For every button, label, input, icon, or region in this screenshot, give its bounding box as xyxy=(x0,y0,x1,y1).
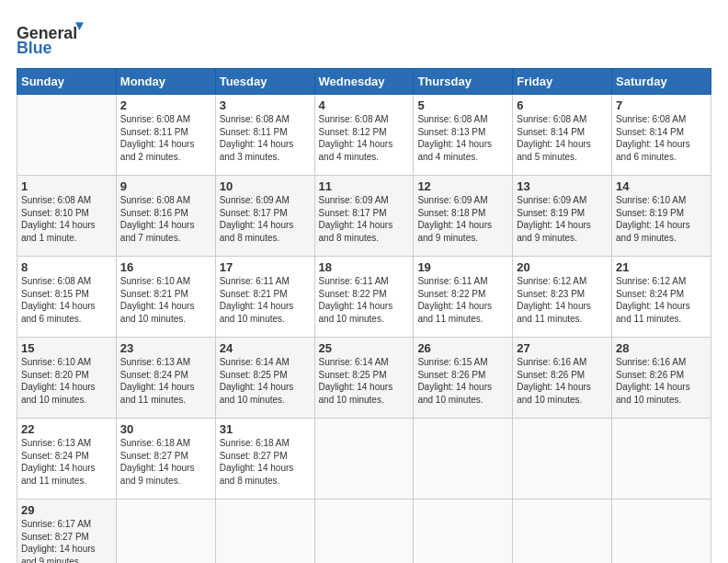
calendar-cell: 4Sunrise: 6:08 AMSunset: 8:12 PMDaylight… xyxy=(314,95,414,176)
cell-info: Sunrise: 6:10 AMSunset: 8:20 PMDaylight:… xyxy=(21,357,96,405)
cell-info: Sunrise: 6:08 AMSunset: 8:13 PMDaylight:… xyxy=(417,114,492,162)
col-saturday: Saturday xyxy=(612,69,711,95)
calendar-header-row: Sunday Monday Tuesday Wednesday Thursday… xyxy=(17,69,711,95)
cell-info: Sunrise: 6:13 AMSunset: 8:24 PMDaylight:… xyxy=(21,438,96,486)
calendar-cell: 27Sunrise: 6:16 AMSunset: 8:26 PMDayligh… xyxy=(513,338,612,419)
calendar-cell: 13Sunrise: 6:09 AMSunset: 8:19 PMDayligh… xyxy=(513,176,612,257)
day-number: 16 xyxy=(120,260,211,274)
day-number: 14 xyxy=(616,179,707,193)
cell-info: Sunrise: 6:12 AMSunset: 8:23 PMDaylight:… xyxy=(517,276,591,324)
day-number: 30 xyxy=(120,422,211,436)
calendar-cell: 25Sunrise: 6:14 AMSunset: 8:25 PMDayligh… xyxy=(314,338,414,419)
cell-info: Sunrise: 6:16 AMSunset: 8:26 PMDaylight:… xyxy=(616,357,690,405)
day-number: 10 xyxy=(220,179,311,193)
calendar-week-row: 29Sunrise: 6:17 AMSunset: 8:27 PMDayligh… xyxy=(17,500,711,564)
cell-info: Sunrise: 6:11 AMSunset: 8:22 PMDaylight:… xyxy=(319,276,393,324)
calendar-cell: 6Sunrise: 6:08 AMSunset: 8:14 PMDaylight… xyxy=(513,95,612,176)
calendar-cell: 28Sunrise: 6:16 AMSunset: 8:26 PMDayligh… xyxy=(612,338,711,419)
day-number: 11 xyxy=(319,179,410,193)
cell-info: Sunrise: 6:14 AMSunset: 8:25 PMDaylight:… xyxy=(319,357,393,405)
cell-info: Sunrise: 6:18 AMSunset: 8:27 PMDaylight:… xyxy=(220,438,294,486)
calendar-cell: 18Sunrise: 6:11 AMSunset: 8:22 PMDayligh… xyxy=(314,257,414,338)
day-number: 1 xyxy=(21,179,112,193)
cell-info: Sunrise: 6:15 AMSunset: 8:26 PMDaylight:… xyxy=(417,357,492,405)
cell-info: Sunrise: 6:16 AMSunset: 8:26 PMDaylight:… xyxy=(517,357,591,405)
day-number: 20 xyxy=(517,260,608,274)
day-number: 2 xyxy=(120,98,211,112)
svg-text:Blue: Blue xyxy=(17,39,52,57)
calendar-cell xyxy=(513,419,612,500)
calendar-week-row: 1Sunrise: 6:08 AMSunset: 8:10 PMDaylight… xyxy=(17,176,711,257)
calendar-cell: 8Sunrise: 6:08 AMSunset: 8:15 PMDaylight… xyxy=(17,257,117,338)
day-number: 24 xyxy=(220,341,311,355)
cell-info: Sunrise: 6:08 AMSunset: 8:11 PMDaylight:… xyxy=(120,114,195,162)
cell-info: Sunrise: 6:12 AMSunset: 8:24 PMDaylight:… xyxy=(616,276,690,324)
calendar-cell: 19Sunrise: 6:11 AMSunset: 8:22 PMDayligh… xyxy=(414,257,513,338)
day-number: 27 xyxy=(517,341,608,355)
calendar-cell: 2Sunrise: 6:08 AMSunset: 8:11 PMDaylight… xyxy=(116,95,215,176)
calendar-week-row: 15Sunrise: 6:10 AMSunset: 8:20 PMDayligh… xyxy=(17,338,711,419)
day-number: 3 xyxy=(220,98,311,112)
col-friday: Friday xyxy=(513,69,612,95)
calendar-cell: 11Sunrise: 6:09 AMSunset: 8:17 PMDayligh… xyxy=(314,176,414,257)
calendar-cell xyxy=(314,500,414,564)
day-number: 5 xyxy=(417,98,508,112)
col-sunday: Sunday xyxy=(17,69,117,95)
cell-info: Sunrise: 6:11 AMSunset: 8:21 PMDaylight:… xyxy=(220,276,294,324)
calendar-cell xyxy=(17,95,117,176)
cell-info: Sunrise: 6:08 AMSunset: 8:15 PMDaylight:… xyxy=(21,276,96,324)
logo-svg: General Blue xyxy=(17,18,90,59)
cell-info: Sunrise: 6:08 AMSunset: 8:14 PMDaylight:… xyxy=(517,114,591,162)
calendar-table: Sunday Monday Tuesday Wednesday Thursday… xyxy=(17,68,711,563)
cell-info: Sunrise: 6:08 AMSunset: 8:10 PMDaylight:… xyxy=(21,195,96,243)
calendar-cell: 22Sunrise: 6:13 AMSunset: 8:24 PMDayligh… xyxy=(17,419,117,500)
calendar-cell xyxy=(116,500,215,564)
calendar-cell: 15Sunrise: 6:10 AMSunset: 8:20 PMDayligh… xyxy=(17,338,117,419)
calendar-cell: 23Sunrise: 6:13 AMSunset: 8:24 PMDayligh… xyxy=(116,338,215,419)
calendar-cell: 1Sunrise: 6:08 AMSunset: 8:10 PMDaylight… xyxy=(17,176,117,257)
col-thursday: Thursday xyxy=(414,69,513,95)
day-number: 4 xyxy=(319,98,410,112)
day-number: 22 xyxy=(21,422,112,436)
cell-info: Sunrise: 6:14 AMSunset: 8:25 PMDaylight:… xyxy=(220,357,294,405)
cell-info: Sunrise: 6:08 AMSunset: 8:11 PMDaylight:… xyxy=(220,114,294,162)
day-number: 23 xyxy=(120,341,211,355)
calendar-cell: 10Sunrise: 6:09 AMSunset: 8:17 PMDayligh… xyxy=(215,176,314,257)
calendar-week-row: 8Sunrise: 6:08 AMSunset: 8:15 PMDaylight… xyxy=(17,257,711,338)
calendar-cell: 5Sunrise: 6:08 AMSunset: 8:13 PMDaylight… xyxy=(414,95,513,176)
calendar-cell xyxy=(414,419,513,500)
day-number: 12 xyxy=(417,179,508,193)
calendar-cell: 24Sunrise: 6:14 AMSunset: 8:25 PMDayligh… xyxy=(215,338,314,419)
day-number: 25 xyxy=(319,341,410,355)
calendar-cell xyxy=(215,500,314,564)
calendar-cell: 7Sunrise: 6:08 AMSunset: 8:14 PMDaylight… xyxy=(612,95,711,176)
page: General Blue Sunday Monday Tuesday Wedne… xyxy=(0,0,728,563)
day-number: 28 xyxy=(616,341,707,355)
day-number: 18 xyxy=(319,260,410,274)
cell-info: Sunrise: 6:18 AMSunset: 8:27 PMDaylight:… xyxy=(120,438,195,486)
day-number: 6 xyxy=(517,98,608,112)
calendar-cell: 26Sunrise: 6:15 AMSunset: 8:26 PMDayligh… xyxy=(414,338,513,419)
calendar-cell: 31Sunrise: 6:18 AMSunset: 8:27 PMDayligh… xyxy=(215,419,314,500)
calendar-cell: 16Sunrise: 6:10 AMSunset: 8:21 PMDayligh… xyxy=(116,257,215,338)
day-number: 26 xyxy=(417,341,508,355)
cell-info: Sunrise: 6:09 AMSunset: 8:17 PMDaylight:… xyxy=(220,195,294,243)
day-number: 8 xyxy=(21,260,112,274)
calendar-cell: 29Sunrise: 6:17 AMSunset: 8:27 PMDayligh… xyxy=(17,500,117,564)
cell-info: Sunrise: 6:08 AMSunset: 8:16 PMDaylight:… xyxy=(120,195,195,243)
calendar-week-row: 2Sunrise: 6:08 AMSunset: 8:11 PMDaylight… xyxy=(17,95,711,176)
day-number: 15 xyxy=(21,341,112,355)
calendar-cell: 12Sunrise: 6:09 AMSunset: 8:18 PMDayligh… xyxy=(414,176,513,257)
cell-info: Sunrise: 6:17 AMSunset: 8:27 PMDaylight:… xyxy=(21,519,96,563)
day-number: 13 xyxy=(517,179,608,193)
cell-info: Sunrise: 6:09 AMSunset: 8:17 PMDaylight:… xyxy=(319,195,393,243)
day-number: 21 xyxy=(616,260,707,274)
calendar-cell: 21Sunrise: 6:12 AMSunset: 8:24 PMDayligh… xyxy=(612,257,711,338)
cell-info: Sunrise: 6:10 AMSunset: 8:19 PMDaylight:… xyxy=(616,195,690,243)
cell-info: Sunrise: 6:09 AMSunset: 8:19 PMDaylight:… xyxy=(517,195,591,243)
calendar-cell xyxy=(314,419,414,500)
calendar-cell: 30Sunrise: 6:18 AMSunset: 8:27 PMDayligh… xyxy=(116,419,215,500)
logo: General Blue xyxy=(17,15,90,59)
calendar-cell: 3Sunrise: 6:08 AMSunset: 8:11 PMDaylight… xyxy=(215,95,314,176)
cell-info: Sunrise: 6:11 AMSunset: 8:22 PMDaylight:… xyxy=(417,276,492,324)
